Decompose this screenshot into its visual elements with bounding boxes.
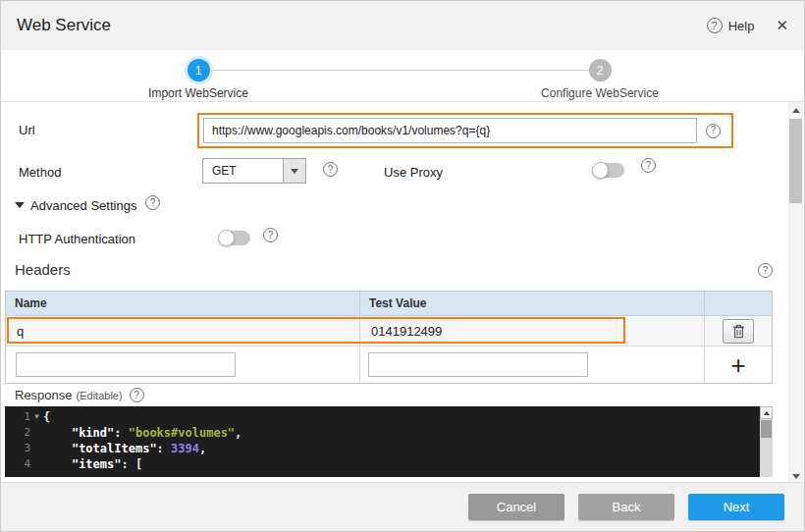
wizard-stepper: 1 Import WebService 2 Configure WebServi… — [1, 50, 804, 102]
advanced-settings-label[interactable]: Advanced Settings — [30, 198, 136, 213]
dialog-footer: Cancel Back Next — [1, 482, 804, 531]
scroll-up-button[interactable] — [788, 102, 803, 118]
next-button[interactable]: Next — [688, 494, 784, 520]
titlebar: Web Service ? Help ✕ — [1, 1, 804, 50]
code-line: 1▼{ — [5, 409, 773, 425]
add-row-cell: + — [705, 346, 772, 383]
code-line: 4 "items": [ — [5, 456, 773, 472]
headers-help-icon[interactable]: ? — [758, 263, 773, 278]
back-button[interactable]: Back — [578, 494, 674, 520]
close-icon[interactable]: ✕ — [776, 17, 788, 34]
fold-gutter — [30, 456, 43, 472]
toggle-knob — [218, 230, 235, 246]
new-header-value-input[interactable] — [368, 352, 588, 377]
method-help-icon[interactable]: ? — [323, 162, 338, 177]
step-1-circle[interactable]: 1 — [188, 59, 210, 81]
editor-scrollbar-thumb[interactable] — [761, 420, 772, 438]
code-line: 3 "totalItems": 3394, — [5, 441, 773, 456]
new-header-name-input[interactable] — [16, 352, 236, 377]
http-auth-label: HTTP Authentication — [19, 232, 135, 246]
dialog-title: Web Service — [17, 16, 111, 35]
line-number: 1 — [5, 409, 30, 425]
page-scrollbar[interactable] — [788, 102, 803, 484]
response-help-icon[interactable]: ? — [130, 388, 144, 402]
code-text: { — [43, 409, 50, 425]
toggle-knob — [592, 162, 609, 179]
use-proxy-help-icon[interactable]: ? — [641, 158, 656, 173]
response-code-editor[interactable]: 1▼{2 "kind": "books#volumes",3 "totalIte… — [5, 406, 773, 477]
scrollbar-thumb[interactable] — [789, 119, 802, 203]
url-label: Url — [19, 123, 35, 137]
header-test-value-cell[interactable]: 0141912499 — [360, 316, 705, 346]
add-row-button[interactable]: + — [730, 352, 745, 378]
step-2-circle[interactable]: 2 — [589, 59, 612, 81]
method-select[interactable]: GET — [202, 158, 306, 184]
step-2-label: Configure WebService — [511, 86, 688, 100]
method-selected-value: GET — [203, 159, 283, 183]
url-help-icon[interactable]: ? — [706, 124, 721, 138]
step-configure-webservice[interactable]: 2 Configure WebService — [511, 59, 688, 100]
headers-section-title: Headers — [15, 261, 71, 278]
response-label: Response — [15, 388, 73, 402]
method-label: Method — [19, 165, 61, 180]
cancel-button[interactable]: Cancel — [468, 494, 564, 520]
http-auth-toggle[interactable] — [219, 231, 250, 245]
row-actions-cell — [705, 316, 772, 346]
main-content: Url ? Method GET ? Use Proxy ? Advanced … — [1, 102, 804, 484]
method-dropdown-button[interactable] — [283, 159, 305, 183]
triangle-up-icon — [764, 411, 770, 415]
new-test-value-cell — [360, 346, 705, 383]
headers-table: Name Test Value q 0141912499 — [5, 291, 773, 384]
code-line: 2 "kind": "books#volumes", — [5, 425, 773, 441]
response-label-row: Response (Editable) ? — [15, 388, 144, 402]
titlebar-actions: ? Help ✕ — [707, 17, 788, 34]
collapse-triangle-icon[interactable] — [15, 202, 25, 208]
help-link[interactable]: Help — [728, 19, 755, 33]
line-number: 2 — [5, 425, 30, 441]
line-number: 4 — [5, 456, 30, 472]
use-proxy-label: Use Proxy — [384, 165, 443, 180]
use-proxy-toggle[interactable] — [593, 163, 624, 178]
editor-scroll-up-icon[interactable] — [760, 406, 773, 419]
fold-gutter — [30, 441, 43, 456]
url-field-highlight: ? — [197, 113, 733, 148]
header-name-cell[interactable]: q — [6, 316, 360, 346]
code-lines: 1▼{2 "kind": "books#volumes",3 "totalIte… — [5, 406, 773, 472]
new-name-cell — [6, 346, 360, 383]
code-text: "kind": "books#volumes", — [43, 425, 242, 441]
triangle-down-icon — [792, 474, 800, 479]
table-row-new: + — [6, 346, 772, 383]
trash-icon — [732, 324, 745, 339]
url-input[interactable] — [203, 118, 697, 143]
response-editable-note: (Editable) — [77, 390, 123, 401]
advanced-settings-help-icon[interactable]: ? — [145, 195, 160, 210]
line-number: 3 — [5, 441, 30, 456]
http-auth-help-icon[interactable]: ? — [263, 228, 278, 242]
fold-arrow-icon[interactable]: ▼ — [30, 409, 43, 425]
headers-table-header: Name Test Value — [6, 292, 772, 316]
step-1-label: Import WebService — [110, 86, 287, 100]
delete-row-button[interactable] — [723, 319, 754, 344]
step-import-webservice[interactable]: 1 Import WebService — [110, 59, 287, 100]
help-icon[interactable]: ? — [707, 18, 723, 33]
code-text: "totalItems": 3394, — [43, 441, 206, 456]
column-header-name: Name — [6, 292, 360, 315]
web-service-dialog: Web Service ? Help ✕ 1 Import WebService… — [0, 0, 805, 532]
table-row: q 0141912499 — [6, 316, 772, 346]
column-header-test-value: Test Value — [360, 292, 705, 315]
code-text: "items": [ — [43, 456, 142, 472]
fold-gutter — [30, 425, 43, 441]
triangle-up-icon — [792, 108, 800, 113]
chevron-down-icon — [291, 169, 298, 174]
editor-scrollbar[interactable] — [760, 406, 773, 477]
column-header-actions — [705, 292, 772, 315]
